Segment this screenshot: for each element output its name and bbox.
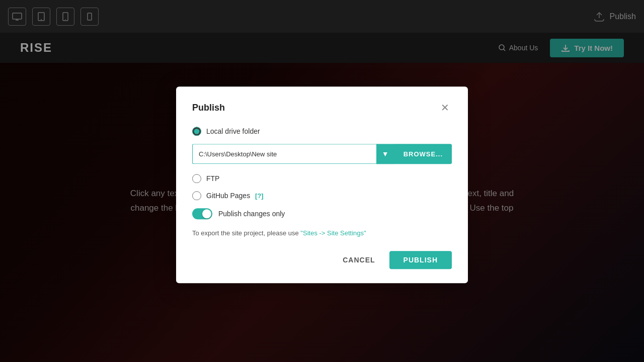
modal-title: Publish	[192, 103, 225, 113]
toggle-row: Publish changes only	[192, 208, 452, 219]
local-drive-option[interactable]: Local drive folder	[192, 127, 452, 136]
publish-button[interactable]: PUBLISH	[389, 251, 452, 269]
export-note: To export the site project, please use "…	[192, 229, 452, 237]
browse-button[interactable]: BROWSE...	[394, 144, 452, 164]
github-radio[interactable]	[192, 191, 201, 200]
path-row: ▼ BROWSE...	[192, 144, 452, 164]
modal-header: Publish ✕	[192, 101, 452, 115]
local-drive-radio[interactable]	[192, 127, 201, 136]
site-settings-link[interactable]: "Sites -> Site Settings"	[300, 229, 366, 237]
page-background: Publish RISE About Us	[0, 0, 644, 362]
path-dropdown-button[interactable]: ▼	[376, 144, 394, 164]
publish-changes-toggle[interactable]	[192, 208, 212, 219]
toggle-label: Publish changes only	[218, 210, 285, 218]
github-option[interactable]: GitHub Pages [?]	[192, 191, 452, 200]
github-help-link[interactable]: [?]	[255, 192, 264, 200]
cancel-button[interactable]: CANCEL	[335, 251, 383, 269]
publish-modal: Publish ✕ Local drive folder ▼ BROWSE...…	[176, 86, 468, 283]
modal-close-button[interactable]: ✕	[438, 101, 452, 115]
local-drive-label: Local drive folder	[206, 127, 260, 135]
ftp-option[interactable]: FTP	[192, 174, 452, 183]
github-label: GitHub Pages [?]	[206, 192, 264, 200]
ftp-radio[interactable]	[192, 174, 201, 183]
ftp-label: FTP	[206, 174, 219, 183]
modal-footer: CANCEL PUBLISH	[192, 251, 452, 269]
path-input[interactable]	[192, 144, 376, 164]
publish-modal-wrapper: Publish ✕ Local drive folder ▼ BROWSE...…	[176, 86, 468, 283]
